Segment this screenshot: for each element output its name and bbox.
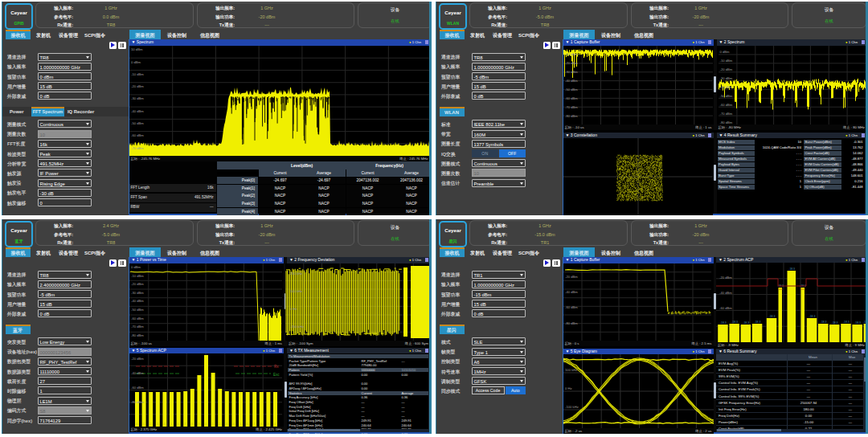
svg-text:0: 0 bbox=[274, 423, 276, 426]
svg-text:9: 9 bbox=[267, 423, 268, 426]
svg-text:-18.3: -18.3 bbox=[743, 321, 749, 324]
svg-text:-18.3: -18.3 bbox=[821, 320, 827, 323]
svg-text:-18.3: -18.3 bbox=[788, 267, 795, 270]
svg-text:7: 7 bbox=[253, 423, 255, 426]
svg-text:-18.3: -18.3 bbox=[809, 314, 816, 317]
svg-text:-18.3: -18.3 bbox=[863, 320, 868, 323]
svg-text:4: 4 bbox=[232, 423, 234, 426]
svg-text:8: 8 bbox=[191, 423, 193, 426]
svg-text:-18.3: -18.3 bbox=[731, 320, 738, 323]
svg-text:2: 2 bbox=[149, 423, 151, 426]
svg-text:Rx: Rx bbox=[274, 365, 279, 369]
svg-text:-18.3: -18.3 bbox=[854, 321, 861, 324]
svg-text:-18.3: -18.3 bbox=[843, 320, 850, 323]
svg-text:-18.3: -18.3 bbox=[755, 320, 761, 323]
svg-text:-18.3: -18.3 bbox=[720, 321, 727, 324]
svg-text:4: 4 bbox=[163, 423, 165, 426]
svg-text:-18.3: -18.3 bbox=[769, 314, 776, 317]
svg-text:1: 1 bbox=[143, 423, 145, 426]
svg-text:8: 8 bbox=[260, 423, 262, 426]
svg-text:0: 0 bbox=[205, 423, 207, 426]
svg-text:3: 3 bbox=[226, 423, 227, 426]
svg-text:Exc: Exc bbox=[273, 373, 280, 377]
svg-text:9: 9 bbox=[198, 423, 199, 426]
svg-text:3: 3 bbox=[157, 423, 158, 426]
svg-text:-18.3: -18.3 bbox=[832, 321, 838, 324]
svg-text:5: 5 bbox=[240, 423, 241, 426]
svg-text:2: 2 bbox=[219, 423, 220, 426]
svg-text:6: 6 bbox=[178, 423, 179, 426]
svg-text:7: 7 bbox=[184, 423, 186, 426]
svg-text:6: 6 bbox=[247, 423, 248, 426]
svg-text:0: 0 bbox=[136, 423, 137, 426]
svg-text:1: 1 bbox=[212, 423, 214, 426]
svg-text:5: 5 bbox=[170, 423, 172, 426]
